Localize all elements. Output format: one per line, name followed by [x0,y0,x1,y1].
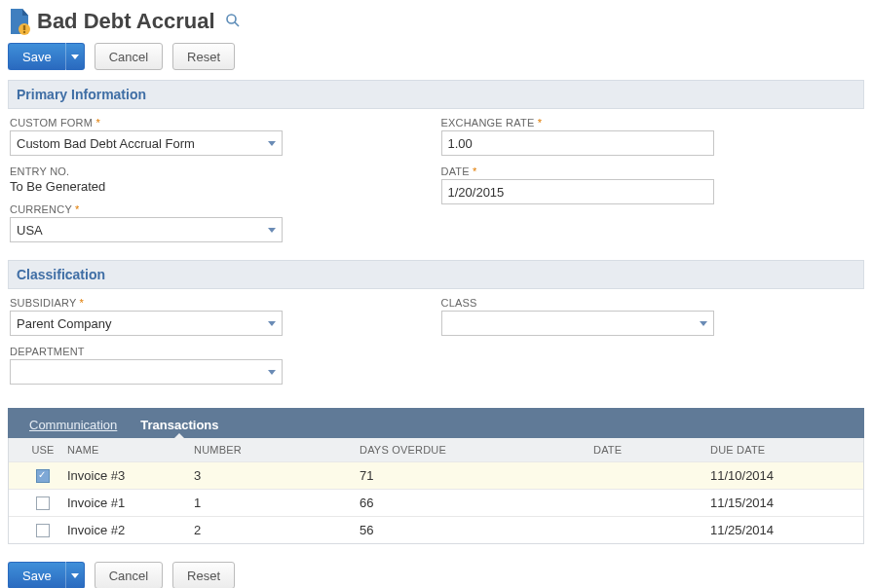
custom-form-select[interactable]: Custom Bad Debt Accrual Form [10,130,283,156]
chevron-down-icon [268,370,276,375]
save-dropdown-button[interactable] [65,43,85,70]
col-use: USE [19,444,67,456]
subsidiary-label: SUBSIDIARY * [10,297,402,309]
bottom-action-bar: Save Cancel Reset [8,562,864,588]
custom-form-value: Custom Bad Debt Accrual Form [17,136,195,151]
currency-label: CURRENCY * [10,203,402,215]
subsidiary-value: Parent Company [17,316,112,331]
col-number: NUMBER [194,444,360,456]
entry-no-label: ENTRY NO. [10,165,402,177]
currency-value: USA [17,223,43,238]
svg-line-4 [235,22,239,26]
cell-days-overdue: 56 [360,523,593,537]
col-date: DATE [593,444,710,456]
section-classification: Classification [8,260,864,289]
svg-point-3 [227,15,236,23]
page-header: Bad Debt Accrual [8,8,864,35]
save-button[interactable]: Save [8,562,65,588]
table-row[interactable]: Invoice #116611/15/2014 [9,489,863,516]
currency-select[interactable]: USA [10,217,283,242]
search-icon[interactable] [225,13,241,31]
save-button[interactable]: Save [8,43,65,70]
save-dropdown-button[interactable] [65,562,85,588]
table-row[interactable]: Invoice #337111/10/2014 [9,461,863,489]
cell-number: 3 [194,468,360,483]
cancel-button[interactable]: Cancel [95,43,163,70]
entry-no-value: To Be Generated [10,179,402,194]
tabs-bar: Communication Transactions [8,408,864,438]
department-select[interactable] [10,359,283,385]
tab-communication[interactable]: Communication [18,412,129,438]
cell-name: Invoice #2 [67,523,194,537]
use-checkbox[interactable] [36,524,50,537]
page-icon [8,8,31,35]
svg-rect-1 [23,25,25,30]
chevron-down-icon [71,55,79,59]
chevron-down-icon [268,228,276,233]
reset-button[interactable]: Reset [172,562,235,588]
cell-name: Invoice #3 [67,468,194,483]
date-input[interactable]: 1/20/2015 [441,179,714,204]
chevron-down-icon [268,321,276,326]
date-label: DATE * [441,165,834,177]
cell-days-overdue: 66 [360,496,593,510]
use-checkbox[interactable] [36,496,50,510]
cell-number: 2 [194,523,360,537]
transactions-grid: USE NAME NUMBER DAYS OVERDUE DATE DUE DA… [8,438,864,544]
top-action-bar: Save Cancel Reset [8,43,864,70]
cell-name: Invoice #1 [67,496,194,510]
class-select[interactable] [441,311,714,336]
custom-form-label: CUSTOM FORM * [10,117,402,129]
reset-button[interactable]: Reset [172,43,235,70]
chevron-down-icon [268,141,276,146]
svg-point-2 [23,31,25,33]
exchange-rate-input[interactable]: 1.00 [441,130,714,156]
cell-number: 1 [194,496,360,510]
cancel-button[interactable]: Cancel [95,562,163,588]
cell-due-date: 11/15/2014 [710,496,827,510]
col-days-overdue: DAYS OVERDUE [360,444,593,456]
class-label: CLASS [441,297,834,309]
table-row[interactable]: Invoice #225611/25/2014 [9,516,863,543]
cell-due-date: 11/10/2014 [710,468,827,483]
tab-transactions[interactable]: Transactions [129,412,230,438]
section-primary-information: Primary Information [8,80,864,109]
cell-due-date: 11/25/2014 [710,523,827,537]
col-due-date: DUE DATE [710,444,827,456]
exchange-rate-label: EXCHANGE RATE * [441,117,834,129]
use-checkbox[interactable] [36,469,50,483]
chevron-down-icon [71,573,79,578]
department-label: DEPARTMENT [10,346,402,357]
page-title: Bad Debt Accrual [37,9,215,34]
chevron-down-icon [700,321,707,326]
col-name: NAME [67,444,194,456]
grid-header-row: USE NAME NUMBER DAYS OVERDUE DATE DUE DA… [9,438,863,461]
cell-days-overdue: 71 [360,468,593,483]
subsidiary-select[interactable]: Parent Company [10,311,283,336]
